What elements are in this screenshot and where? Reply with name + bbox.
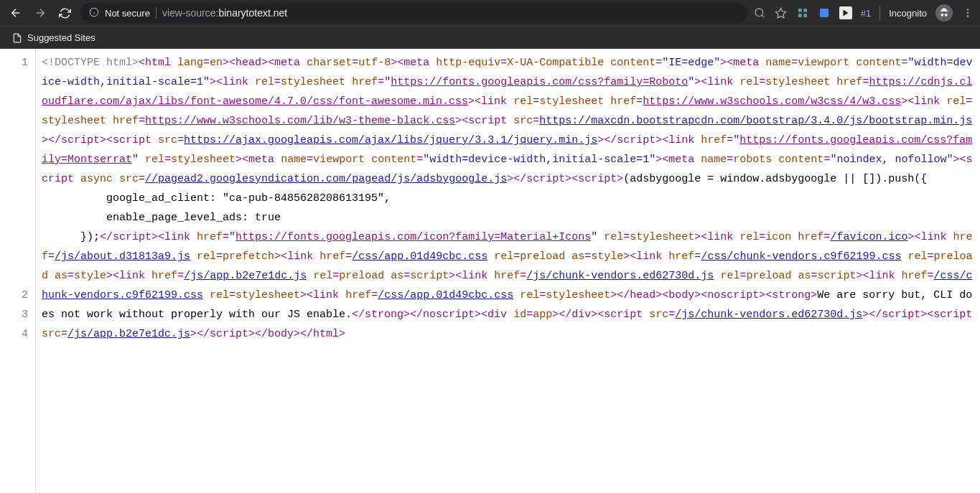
address-divider [156, 7, 157, 19]
extension-icon-2[interactable] [818, 6, 831, 19]
url-text: view-source:binarytotext.net [162, 7, 287, 19]
reload-button[interactable] [55, 3, 75, 23]
link-aboutjs[interactable]: /js/about.d31813a9.js [55, 250, 190, 263]
line-number: 3 [0, 305, 28, 324]
forward-button[interactable] [30, 3, 50, 23]
svg-marker-7 [843, 10, 848, 17]
link-w3theme[interactable]: https://www.w3schools.com/lib/w3-theme-b… [145, 115, 455, 127]
star-icon[interactable] [775, 6, 788, 19]
zoom-icon[interactable] [753, 6, 766, 19]
link-favicon[interactable]: /favicon.ico [830, 231, 907, 243]
incognito-label: Incognito [889, 8, 927, 19]
extension-icon-1[interactable] [796, 6, 809, 19]
extension-badge[interactable] [839, 6, 852, 19]
line-number: 4 [0, 324, 28, 344]
source-view: 1 2 3 4 <!DOCTYPE html><html lang=en><he… [0, 49, 980, 493]
tab-count-badge: #1 [861, 8, 871, 19]
script-line-4: }); [42, 231, 100, 243]
svg-line-4 [762, 15, 764, 17]
script-line-3: enable_page_level_ads: true [42, 212, 281, 224]
link-appjs2[interactable]: /js/app.b2e7e1dc.js [67, 328, 190, 340]
bookmark-label: Suggested Sites [27, 32, 95, 43]
svg-point-8 [967, 9, 969, 11]
script-line-2: google_ad_client: "ca-pub-84856282086131… [42, 192, 391, 205]
svg-point-9 [967, 12, 969, 14]
doctype-declaration: <!DOCTYPE html> [42, 57, 139, 69]
link-appjs[interactable]: /js/app.b2e7e1dc.js [184, 270, 307, 282]
source-code-content[interactable]: <!DOCTYPE html><html lang=en><head><meta… [36, 49, 980, 493]
link-chunkvendorsjs2[interactable]: /js/chunk-vendors.ed62730d.js [675, 309, 862, 321]
link-adsbygoogle[interactable]: //pagead2.googlesyndication.com/pagead/j… [145, 173, 507, 185]
incognito-icon[interactable] [935, 4, 953, 22]
back-button[interactable] [6, 3, 26, 23]
link-jquery[interactable]: https://ajax.googleapis.com/ajax/libs/jq… [184, 134, 597, 146]
toolbar-divider [879, 6, 880, 20]
security-status: Not secure [105, 8, 150, 19]
link-roboto[interactable]: https://fonts.googleapis.com/css?family=… [391, 76, 688, 88]
bookmark-suggested-sites[interactable]: Suggested Sites [6, 29, 101, 47]
menu-icon[interactable] [961, 6, 974, 19]
link-appcss[interactable]: /css/app.01d49cbc.css [352, 250, 487, 263]
nav-buttons [6, 3, 75, 23]
link-bootstrap[interactable]: https://maxcdn.bootstrapcdn.com/bootstra… [539, 115, 972, 127]
link-appcss2[interactable]: /css/app.01d49cbc.css [378, 289, 513, 301]
bookmarks-bar: Suggested Sites [0, 26, 980, 49]
link-chunkvendorsjs[interactable]: /js/chunk-vendors.ed62730d.js [526, 270, 714, 282]
svg-point-10 [967, 15, 969, 17]
line-number: 2 [0, 286, 28, 305]
browser-toolbar: Not secure view-source:binarytotext.net … [0, 0, 980, 26]
link-chunkvendorscss[interactable]: /css/chunk-vendors.c9f62199.css [701, 250, 901, 263]
svg-marker-5 [776, 8, 786, 17]
svg-rect-6 [820, 9, 829, 17]
toolbar-right: #1 Incognito [753, 4, 974, 22]
svg-point-3 [755, 9, 763, 17]
info-icon [89, 7, 99, 19]
link-materialicons[interactable]: https://fonts.googleapis.com/icon?family… [235, 231, 591, 243]
address-bar[interactable]: Not secure view-source:binarytotext.net [80, 3, 747, 23]
line-number-gutter: 1 2 3 4 [0, 49, 36, 493]
page-icon [11, 32, 23, 44]
link-w3css[interactable]: https://www.w3schools.com/w3css/4/w3.css [643, 95, 901, 108]
line-number: 1 [0, 53, 28, 72]
browser-chrome: Not secure view-source:binarytotext.net … [0, 0, 980, 49]
